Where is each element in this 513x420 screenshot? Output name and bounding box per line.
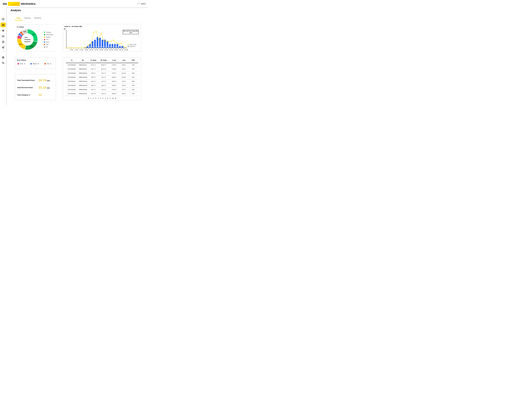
bar-value-label: 10 — [115, 46, 115, 47]
question-circle-icon — [2, 41, 5, 43]
bar-value-label: 10 — [112, 46, 113, 47]
page-number-1[interactable]: 1 — [91, 98, 91, 99]
power-chart-card: Total Tx , Rx Power (W) (W) 2 : 004 : 00… — [63, 24, 141, 52]
table-cell: 9.91 A — [119, 68, 128, 70]
table-cell: 85% — [128, 73, 138, 74]
legend-dot — [44, 44, 45, 45]
error-item-label: Notice — [33, 63, 37, 65]
table-cell: 58% — [128, 81, 138, 82]
legend-label: Error — [46, 39, 49, 40]
table-cell: 10.35 A — [119, 77, 128, 78]
app-root: eta electronics. admin — [0, 0, 148, 105]
logo: eta electronics. — [0, 2, 36, 6]
bar-value-label: 10 — [90, 46, 91, 47]
tab-weekly[interactable]: Weekly — [24, 17, 31, 19]
legend-item-off: Off — [44, 46, 53, 48]
table-cell: DRBAC60137 — [77, 64, 88, 66]
error-item-count: 3 — [50, 63, 51, 65]
error-item-dot — [45, 63, 46, 65]
table-header-cell: Tx — [66, 59, 77, 61]
table-cell: 4.25 A — [119, 85, 128, 86]
page-number-2[interactable]: 2 — [93, 98, 94, 99]
error-item-count: 2 — [24, 63, 25, 65]
sidebar-item-dashboard[interactable] — [0, 17, 6, 22]
sidebar-item-reports[interactable] — [0, 34, 6, 38]
page-number-6[interactable]: 6 — [103, 98, 103, 99]
logo-yellow-mark-icon — [8, 2, 20, 6]
sidebar-item-settings[interactable] — [0, 28, 6, 33]
x-axis-label: 16 : 00 — [105, 49, 108, 51]
table-row: DTAXC60145DRBAC6013946.3 °C47.5 °C27.82 … — [66, 88, 138, 92]
sidebar-item-help[interactable] — [0, 40, 6, 44]
tab-daily[interactable]: Daily — [16, 17, 21, 19]
totals-card: Total Transmitted Power24.74kwhTotal Rec… — [15, 74, 56, 100]
page-number-9[interactable]: 9 — [110, 98, 110, 99]
bar-value-label: 28 — [97, 46, 98, 47]
table-cell: 73% — [128, 64, 138, 66]
sidebar-item-contact[interactable] — [0, 45, 6, 50]
table-cell: 97% — [128, 85, 138, 86]
table-cell: 46.73 °C — [98, 68, 109, 70]
total-row-value: 24.74 — [39, 79, 46, 82]
donut-slice-percent: 25.3% — [30, 46, 33, 47]
chart-legend-label: Total Tx Power — [129, 44, 137, 45]
table-cell: 27.98 V — [109, 68, 119, 70]
legend-dot — [44, 32, 45, 33]
user-menu[interactable]: admin — [137, 2, 148, 5]
total-row-unit: kwh — [47, 86, 50, 89]
x-axis-label: 6 : 00 — [80, 49, 83, 51]
error-status-title: Error Status — [17, 59, 26, 61]
table-cell: 9.47 A — [119, 89, 128, 90]
bar-value-label: 5 — [122, 46, 123, 47]
page-number-7[interactable]: 7 — [105, 98, 106, 99]
next-page-button[interactable] — [115, 98, 116, 99]
sidebar-item-add-user[interactable] — [0, 61, 6, 65]
error-item-dot — [17, 63, 19, 65]
x-axis-label: 18 : 00 — [109, 49, 113, 51]
sidebar-item-analysis[interactable] — [0, 22, 6, 27]
error-status-items: Error2Notice6Fod3 — [15, 63, 56, 66]
bar-value-label: 21 — [102, 46, 103, 47]
page-number-5[interactable]: 5 — [100, 98, 101, 99]
legend-item-fullycharged: FullyCharged — [44, 33, 53, 36]
chart-legend-item: Total Tx Power — [128, 44, 137, 45]
bar-chart-icon — [2, 23, 5, 26]
bar-value-label: 10 — [109, 46, 110, 47]
x-axis-label: 24 : 00 — [124, 49, 128, 51]
table-row: DTAXC60149DRBAC6013745.7 °C46.73 °C27.98… — [66, 67, 138, 71]
x-axis-label: 12 : 00 — [95, 49, 98, 51]
page-number-8[interactable]: 8 — [107, 98, 108, 99]
logo-text: eta — [3, 2, 7, 5]
table-row: DTAXC60146DRBAC6013542.5 °C43.8 °C28.06 … — [66, 92, 138, 96]
sidebar-item-account[interactable] — [0, 55, 6, 60]
page-number-4[interactable]: 4 — [98, 98, 98, 99]
table-cell: 41.7 °C — [98, 81, 109, 82]
table-cell: 45.8 °C — [88, 85, 98, 86]
table-cell: 41.37 °C — [88, 64, 98, 66]
error-item-notice: Notice6 — [30, 63, 38, 65]
bar-value-label: 5 — [120, 46, 120, 47]
table-cell: 38.45 °C — [98, 64, 109, 66]
table-row: DTAXC60148DRBAC6013644.6 °C45.2 °C27.67 … — [66, 71, 138, 75]
page-number-10[interactable]: 10 — [112, 98, 114, 99]
table-cell: 46.9 °C — [98, 85, 109, 86]
table-cell: DTAXC60148 — [66, 85, 77, 86]
chevron-right-icon — [115, 98, 116, 99]
chart-legend-item: Charging Tx — [128, 46, 137, 47]
page-number-3[interactable]: 3 — [95, 98, 96, 99]
table-row: DTAXC60149DRBAC6013741.37 °C38.45 °C27.8… — [66, 63, 138, 67]
table-cell: 75% — [128, 68, 138, 70]
table-cell: 28.06 V — [109, 93, 119, 94]
bar-value-label: 26 — [100, 46, 100, 47]
donut-center-label: Total Charging Sessions — [24, 36, 30, 43]
daily-usage-box: Daily Total Power Usage (kWh) 43.8 — [123, 30, 139, 34]
table-cell: DRBAC60136 — [77, 85, 88, 86]
error-item-fod: Fod3 — [45, 63, 51, 65]
error-status-card: Error Status Error2Notice6Fod3 — [15, 58, 56, 69]
tab-monthly[interactable]: Monthly — [34, 17, 41, 19]
prev-page-button[interactable] — [88, 98, 89, 99]
table-cell: DRBAC60138 — [77, 81, 88, 82]
table-cell: DTAXC60149 — [66, 68, 77, 70]
phone-contact-icon — [2, 46, 5, 49]
table-cell: DRBAC60139 — [77, 77, 88, 78]
